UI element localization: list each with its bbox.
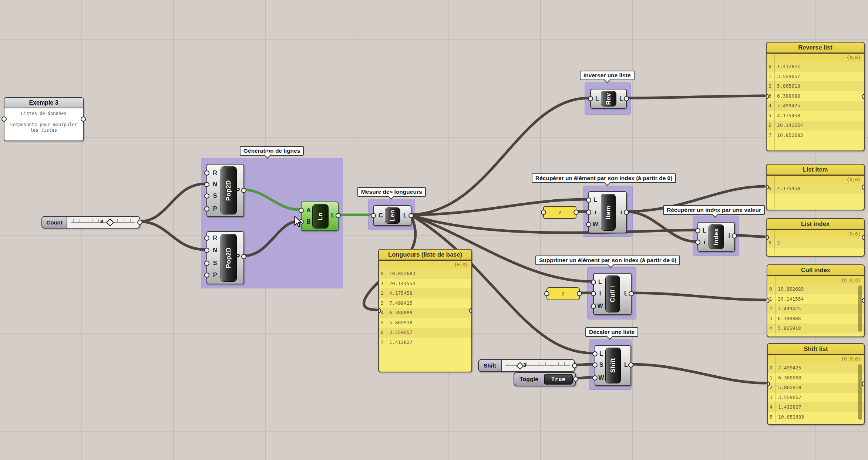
port-connector[interactable] [371,213,376,218]
port-connector[interactable] [591,280,596,285]
port-connector[interactable] [81,116,86,122]
port-connector[interactable] [469,308,472,313]
port-connector[interactable] [732,233,737,239]
port-connector[interactable] [592,362,598,368]
component-pop2d-a[interactable]: R N S P Pop2D P [206,164,244,217]
panel-row: 16.388088 [768,373,864,383]
port-connector[interactable] [204,273,209,278]
panel-scrollbar[interactable] [858,285,862,332]
port-connector[interactable] [137,220,142,225]
port-connector[interactable] [204,170,209,176]
component-capsule[interactable]: Rev [601,91,616,106]
component-list-item[interactable]: L i W Item i [588,191,627,233]
component-reverse[interactable]: L Rev L [590,89,627,109]
panel-scrollbar[interactable] [858,364,862,420]
panel-list-item[interactable]: List item {0;0} 04.175458 [766,164,865,210]
port-connector[interactable] [591,304,596,309]
port-connector[interactable] [408,213,414,218]
input-label: S [211,260,219,267]
port-connector[interactable] [1,116,7,122]
port-connector[interactable] [299,208,304,213]
panel-longueurs[interactable]: Longueurs (liste de base) {0;0} 010.8526… [378,249,472,372]
panel-row: 71.412827 [379,338,471,348]
note-panel-exemple3[interactable]: Exemple 3 Listes de données Composants p… [4,97,84,141]
port-connector[interactable] [204,261,209,266]
wire-pop2da-ln-a[interactable] [243,190,299,210]
port-connector[interactable] [204,206,209,212]
component-list-index[interactable]: L i Index i [697,222,735,252]
panel-cull-index[interactable]: Cull index {0;0;0} 010.852683120.1415542… [767,264,865,337]
wire-item-index[interactable] [626,212,695,241]
value-panel-item-index[interactable]: 2 [543,206,576,219]
toggle-state-button[interactable]: True [544,374,573,385]
port-connector[interactable] [588,96,593,101]
panel-reverse-list[interactable]: Reverse list {0;0} 01.41282713.55905725.… [766,42,865,151]
port-connector[interactable] [624,96,629,101]
component-capsule[interactable]: Index [709,224,724,249]
wire-cull-cullindex-panel[interactable] [631,293,765,300]
port-connector[interactable] [862,235,865,240]
input-label: W [591,221,599,228]
port-connector[interactable] [241,188,246,193]
port-connector[interactable] [541,210,546,215]
input-label: I [596,290,604,297]
component-capsule[interactable]: Shift [605,348,621,383]
port-connector[interactable] [241,254,246,259]
port-connector[interactable] [586,210,591,215]
count-slider[interactable]: Count 8 [41,216,140,229]
input-label: A [305,207,313,214]
component-capsule[interactable]: Len [385,207,400,224]
component-shift-list[interactable]: L S W Shift L [595,345,631,386]
input-label: W [596,302,604,310]
port-connector[interactable] [628,362,633,368]
input-label: C [377,212,385,219]
wire-index-listindex-panel[interactable] [734,235,764,237]
port-connector[interactable] [544,291,549,296]
shift-slider[interactable]: Shift 3 [478,359,575,372]
slider-value: 3 [523,362,526,368]
panel-list-index[interactable]: List index {0;0} 02 [766,218,865,257]
port-connector[interactable] [573,376,578,382]
wire-len-rev[interactable] [411,98,589,215]
value-panel-cull-index[interactable]: 2 [546,287,580,300]
port-connector[interactable] [592,375,598,380]
port-connector[interactable] [624,210,629,215]
port-connector[interactable] [862,381,865,386]
component-capsule[interactable]: Item [601,194,616,231]
component-length[interactable]: C Len L [373,205,411,226]
port-connector[interactable] [592,351,598,356]
input-label: P [211,271,219,279]
component-capsule[interactable]: Ln [312,204,329,229]
wire-rev-reverse-panel[interactable] [626,96,764,98]
port-connector[interactable] [204,248,209,253]
port-connector[interactable] [336,213,341,218]
wire-pop2db-ln-b[interactable] [243,221,299,256]
port-connector[interactable] [573,210,579,215]
port-connector[interactable] [572,363,577,368]
port-connector[interactable] [695,240,700,245]
port-connector[interactable] [591,291,596,296]
wire-count-pop2d-b[interactable] [139,221,205,250]
port-connector[interactable] [577,291,582,296]
port-connector[interactable] [586,222,591,227]
port-connector[interactable] [862,298,865,303]
panel-shift-list[interactable]: Shift list {0;0;0} 07.49942516.38808825.… [767,343,865,425]
component-line[interactable]: A B Ln L [301,202,339,231]
component-capsule[interactable]: Cull i [605,275,620,312]
port-connector[interactable] [204,236,209,241]
component-pop2d-b[interactable]: R N S P Pop2D P [206,231,244,284]
wire-shift-shiftlist-panel[interactable] [630,364,766,383]
port-connector[interactable] [586,197,591,203]
port-connector[interactable] [204,182,209,187]
port-connector[interactable] [862,94,865,99]
input-label: L [591,196,599,204]
wire-count-pop2d-a[interactable] [139,184,205,221]
panel-row: 41.412827 [768,402,864,412]
port-connector[interactable] [695,228,700,233]
boolean-toggle[interactable]: Toggle True [514,372,576,386]
port-connector[interactable] [629,291,634,296]
panel-row: 510.852683 [768,412,864,422]
port-connector[interactable] [204,193,209,199]
component-cull-index[interactable]: L I W Cull i L [593,273,632,315]
port-connector[interactable] [862,185,865,190]
